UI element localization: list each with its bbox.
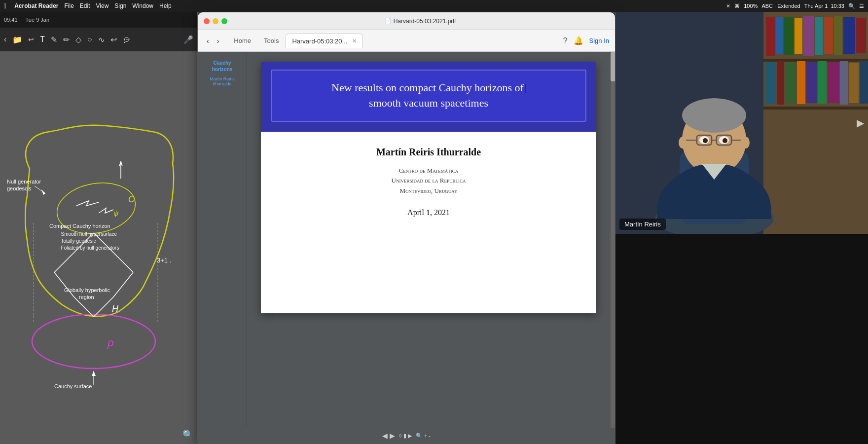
svg-rect-35	[797, 61, 805, 104]
svg-text:region: region	[79, 294, 94, 300]
ellipse-tool-icon[interactable]: ○	[87, 35, 92, 44]
toolbar-right: ? 🔔 Sign In	[563, 36, 609, 45]
pdf-title: New results on compact Cauchy horizons o…	[284, 80, 574, 111]
whiteboard-area[interactable]: C ψ ρ H	[0, 51, 197, 444]
bell-icon[interactable]: 🔔	[574, 36, 583, 45]
clock-date: Tue 9 Jan	[26, 17, 50, 23]
svg-rect-39	[840, 61, 848, 105]
pdf-body: Martín Reiris Ithurralde Centro de Matem…	[261, 132, 596, 313]
video-panel: Martín Reiris ▶	[615, 12, 868, 234]
pdf-title-line1: New results on compact Cauchy horizons o…	[331, 81, 524, 94]
help-icon[interactable]: ?	[563, 37, 568, 45]
svg-text:Compact Cauchy horizon: Compact Cauchy horizon	[49, 223, 110, 229]
arrow-tool-icon[interactable]: ↩	[110, 35, 117, 44]
svg-rect-42	[763, 107, 868, 110]
page-controls: ◊ ▮ ▶	[399, 433, 412, 439]
svg-point-46	[682, 98, 746, 133]
pdf-file-icon: 📄	[385, 18, 392, 24]
video-play-button[interactable]: ▶	[857, 117, 864, 129]
pdf-date: April 1, 2021	[407, 208, 450, 217]
svg-rect-41	[860, 61, 868, 104]
pdf-title-box: New results on compact Cauchy horizons o…	[271, 70, 586, 122]
pdf-area[interactable]: New results on compact Cauchy horizons o…	[247, 52, 610, 428]
svg-text:ρ: ρ	[107, 336, 114, 349]
time-bar: 09:41 Tue 9 Jan	[0, 12, 197, 28]
svg-rect-40	[849, 63, 859, 103]
svg-point-57	[742, 137, 750, 148]
tab-tools[interactable]: Tools	[258, 34, 285, 48]
thumbnail-author: Martin ReirisIthurralde	[210, 76, 235, 86]
video-area: Martín Reiris ▶	[615, 12, 868, 234]
menubar-help[interactable]: Help	[159, 2, 172, 9]
pencil-tool-icon[interactable]: ✏	[63, 35, 70, 44]
document-tab-label: Harvard-05:03:20...	[292, 37, 347, 45]
zoom-icon[interactable]: 🔍	[182, 429, 193, 440]
svg-rect-21	[766, 17, 775, 56]
undo-icon[interactable]: ↩	[28, 36, 34, 43]
bottom-right-panel	[615, 234, 868, 444]
svg-text:ψ: ψ	[113, 209, 118, 217]
sign-in-button[interactable]: Sign In	[589, 37, 609, 44]
svg-point-56	[679, 137, 687, 148]
svg-rect-38	[828, 62, 839, 103]
zoom-controls[interactable]: 🔍 + -	[416, 433, 431, 439]
curve-tool-icon[interactable]: ∿	[98, 35, 105, 44]
mic-icon[interactable]: 🎤	[183, 35, 193, 44]
menubar-window[interactable]: Window	[132, 2, 153, 9]
svg-rect-26	[815, 17, 823, 55]
forward-button[interactable]: ›	[214, 35, 222, 47]
lasso-tool-icon[interactable]: ⌮	[123, 35, 131, 44]
control-center-icon[interactable]: ☰	[859, 3, 864, 9]
thumbnail-label: Cauchyhorizons	[212, 60, 233, 73]
person-background	[615, 12, 868, 234]
svg-rect-37	[818, 61, 827, 104]
svg-rect-27	[824, 17, 833, 54]
svg-text:· Foliated by null generators: · Foliated by null generators	[58, 245, 119, 251]
cursor-mark	[525, 84, 526, 93]
svg-rect-25	[803, 16, 814, 56]
acrobat-content: Cauchyhorizons Martin ReirisIthurralde N…	[198, 52, 615, 428]
datetime: Thu Apr 1 10:33	[804, 3, 844, 9]
svg-point-54	[703, 138, 708, 143]
traffic-lights[interactable]	[204, 18, 227, 24]
tab-close-icon[interactable]: ✕	[352, 38, 357, 44]
shape-tool-icon[interactable]: ◇	[75, 35, 81, 44]
video-name-badge: Martín Reiris	[619, 219, 666, 230]
close-button[interactable]	[204, 18, 210, 24]
institution-line3: Montevideo, Uruguay	[399, 187, 457, 194]
search-icon[interactable]: 🔍	[848, 3, 855, 9]
minimize-button[interactable]	[213, 18, 218, 24]
pdf-header: New results on compact Cauchy horizons o…	[261, 62, 596, 132]
tab-home[interactable]: Home	[228, 34, 257, 48]
pdf-bottom-controls: ◀ ▶ ◊ ▮ ▶ 🔍 + -	[198, 428, 615, 444]
svg-rect-30	[856, 18, 866, 53]
tab-bar: Home Tools Harvard-05:03:20... ✕	[228, 34, 363, 48]
bluetooth-icon: ⨯	[726, 3, 730, 9]
maximize-button[interactable]	[221, 18, 227, 24]
menubar-sign[interactable]: Sign	[114, 2, 126, 9]
nav-controls[interactable]: ◀ ▶	[382, 432, 395, 440]
scrollbar-thumb[interactable]	[611, 52, 615, 81]
wifi-icon: ⌘	[734, 3, 740, 9]
apple-menu[interactable]: 	[4, 2, 6, 10]
menubar-acrobat[interactable]: Acrobat Reader	[14, 2, 58, 9]
acrobat-window: 📄 Harvard-05:03:2021.pdf ‹ › Home Tools …	[197, 12, 615, 444]
back-button[interactable]: ‹	[204, 35, 212, 47]
menubar:  Acrobat Reader File Edit View Sign Win…	[0, 0, 868, 12]
menubar-view[interactable]: View	[96, 2, 109, 9]
tab-document[interactable]: Harvard-05:03:20... ✕	[286, 34, 363, 48]
svg-text:C: C	[128, 194, 135, 204]
institution-line2: Universidad de la República	[392, 177, 466, 184]
pen-tool-icon[interactable]: ✎	[51, 35, 57, 44]
svg-text:Cauchy surface: Cauchy surface	[54, 383, 92, 389]
menubar-file[interactable]: File	[65, 2, 74, 9]
text-tool-icon[interactable]: T	[40, 35, 45, 44]
menubar-edit[interactable]: Edit	[80, 2, 90, 9]
folder-icon[interactable]: 📁	[12, 35, 22, 44]
window-title: 📄 Harvard-05:03:2021.pdf	[385, 18, 456, 25]
battery-icon: 100%	[744, 3, 758, 9]
institution-line1: Centro de Matemática	[399, 167, 459, 174]
scrollbar[interactable]	[610, 52, 615, 428]
back-nav-icon[interactable]: ‹	[4, 35, 6, 44]
svg-rect-29	[843, 17, 855, 54]
